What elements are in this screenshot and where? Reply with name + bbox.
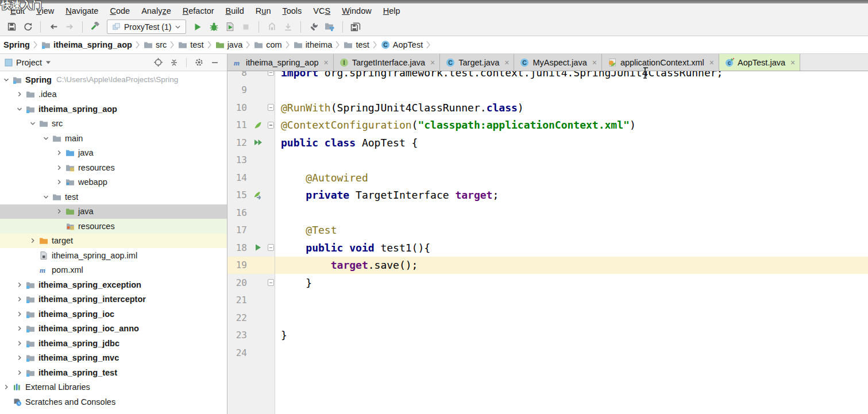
sync-button[interactable]: [21, 20, 34, 34]
tree-item-main[interactable]: main: [0, 131, 227, 146]
chevron-right-icon[interactable]: [14, 90, 25, 98]
bean-gutter-icon[interactable]: [249, 187, 267, 204]
tree-item-scratches-and-consoles[interactable]: Scratches and Consoles: [0, 394, 227, 409]
wrench-button[interactable]: [307, 20, 321, 34]
debug-button[interactable]: [207, 20, 221, 34]
hammer-button[interactable]: [88, 20, 102, 34]
chevron-right-icon[interactable]: [28, 237, 38, 245]
menu-vcs[interactable]: VCS: [307, 5, 336, 17]
chevron-right-icon[interactable]: [14, 324, 25, 332]
stop-button[interactable]: [239, 20, 253, 34]
update-disabled-button[interactable]: [265, 20, 279, 34]
tree-item-external-libraries[interactable]: External Libraries: [0, 380, 227, 395]
code-line-20[interactable]: 20 }: [227, 274, 868, 292]
menu-run[interactable]: Run: [250, 5, 277, 17]
code-line-8[interactable]: 8import org.springframework.test.context…: [227, 71, 868, 82]
code-line-12[interactable]: 12public class AopTest {: [227, 134, 868, 152]
fold-marker[interactable]: [267, 117, 275, 134]
code-line-11[interactable]: 11@ContextConfiguration("classpath:appli…: [227, 117, 868, 134]
structure-button[interactable]: [323, 20, 337, 34]
breadcrumb-com[interactable]: com: [252, 40, 284, 49]
breadcrumb-java[interactable]: java: [213, 40, 245, 49]
chevron-down-icon[interactable]: [1, 76, 11, 84]
breadcrumb-itheima[interactable]: itheima: [291, 40, 335, 49]
code-line-18[interactable]: 18 public void test1(){: [227, 239, 868, 257]
breadcrumb-spring[interactable]: Spring: [1, 40, 32, 49]
locate-file-button[interactable]: [152, 56, 164, 69]
editor-tab-targetinterface-java[interactable]: ITargetInterface.java×: [334, 54, 441, 71]
chevron-right-icon[interactable]: [14, 310, 25, 318]
tree-item-itheima-spring-ioc-anno[interactable]: itheima_spring_ioc_anno: [0, 322, 227, 336]
breadcrumb-src[interactable]: src: [141, 40, 169, 49]
save-all-button[interactable]: [349, 20, 362, 34]
collapse-all-button[interactable]: [168, 56, 180, 69]
tree-item-resources[interactable]: resources: [0, 160, 227, 175]
close-tab-icon[interactable]: ×: [790, 59, 795, 67]
tree-item-java[interactable]: java: [0, 146, 227, 161]
close-tab-icon[interactable]: ×: [504, 59, 509, 67]
tree-item-java[interactable]: java: [0, 204, 227, 219]
tree-item--idea[interactable]: .idea: [0, 87, 227, 102]
code-line-23[interactable]: 23}: [227, 327, 868, 345]
chevron-right-icon[interactable]: [14, 369, 25, 377]
chevron-right-icon[interactable]: [14, 281, 25, 289]
menu-help[interactable]: Help: [377, 5, 406, 17]
tree-item-itheima-spring-mvc[interactable]: itheima_spring_mvc: [0, 351, 227, 366]
code-line-15[interactable]: 15 private TargetInterface target;: [227, 187, 868, 204]
menu-code[interactable]: Code: [104, 5, 136, 17]
code-line-16[interactable]: 16: [227, 204, 868, 222]
code-line-21[interactable]: 21: [227, 292, 868, 309]
dump-disabled-button[interactable]: [281, 20, 295, 34]
chevron-down-icon[interactable]: [45, 60, 51, 65]
close-tab-icon[interactable]: ×: [709, 59, 714, 67]
tree-item-itheima-spring-aop-iml[interactable]: itheima_spring_aop.iml: [0, 248, 227, 263]
menu-refactor[interactable]: Refactor: [177, 5, 220, 17]
menu-window[interactable]: Window: [336, 5, 377, 17]
tree-item-webapp[interactable]: webapp: [0, 175, 227, 190]
chevron-right-icon[interactable]: [1, 383, 11, 391]
code-line-19[interactable]: 19 target.save();: [227, 257, 868, 274]
spring-leaf-gutter-icon[interactable]: [249, 117, 267, 134]
close-tab-icon[interactable]: ×: [430, 59, 435, 67]
editor-tab-target-java[interactable]: CTarget.java×: [440, 54, 514, 71]
chevron-right-icon[interactable]: [54, 149, 64, 157]
run-configuration-selector[interactable]: ProxyTest (1): [107, 20, 186, 34]
code-editor[interactable]: 8import org.springframework.test.context…: [227, 71, 868, 414]
code-line-9[interactable]: 9: [227, 82, 868, 99]
chevron-right-icon[interactable]: [54, 207, 64, 215]
editor-tab-itheima-spring-aop[interactable]: mitheima_spring_aop×: [227, 54, 334, 71]
code-line-10[interactable]: 10@RunWith(SpringJUnit4ClassRunner.class…: [227, 99, 868, 117]
coverage-button[interactable]: [223, 20, 237, 34]
chevron-down-icon[interactable]: [28, 119, 38, 127]
tree-item-pom-xml[interactable]: mpom.xml: [0, 263, 227, 278]
close-tab-icon[interactable]: ×: [592, 59, 597, 67]
chevron-down-icon[interactable]: [41, 134, 51, 142]
chevron-down-icon[interactable]: [41, 193, 51, 201]
breadcrumb-test[interactable]: test: [176, 40, 206, 49]
tree-item-itheima-spring-interceptor[interactable]: itheima_spring_interceptor: [0, 292, 227, 307]
run-all-gutter-icon[interactable]: [249, 134, 267, 152]
tree-item-resources[interactable]: resources: [0, 219, 227, 234]
chevron-right-icon[interactable]: [14, 339, 25, 347]
fold-marker[interactable]: [267, 71, 275, 82]
fold-marker[interactable]: [267, 99, 275, 117]
menu-analyze[interactable]: Analyze: [136, 5, 177, 17]
run-test-gutter-icon[interactable]: [249, 239, 267, 257]
breadcrumb-itheima_spring_aop[interactable]: itheima_spring_aop: [39, 40, 134, 49]
code-line-13[interactable]: 13: [227, 152, 868, 169]
menu-tools[interactable]: Tools: [276, 5, 307, 17]
breadcrumb-test[interactable]: test: [341, 40, 371, 49]
run-button[interactable]: [191, 20, 205, 34]
hide-panel-button[interactable]: [209, 56, 221, 69]
forward-button[interactable]: [63, 20, 76, 34]
fold-marker[interactable]: [267, 239, 275, 257]
breadcrumb-aoptest[interactable]: CAopTest: [379, 40, 425, 49]
code-line-22[interactable]: 22: [227, 309, 868, 327]
tree-item-src[interactable]: src: [0, 117, 227, 131]
tree-item-itheima-spring-test[interactable]: itheima_spring_test: [0, 365, 227, 380]
save-button[interactable]: [5, 20, 18, 34]
chevron-right-icon[interactable]: [54, 178, 64, 186]
code-line-17[interactable]: 17 @Test: [227, 222, 868, 239]
tree-item-itheima-spring-aop[interactable]: itheima_spring_aop: [0, 102, 227, 117]
fold-marker[interactable]: [267, 274, 275, 292]
